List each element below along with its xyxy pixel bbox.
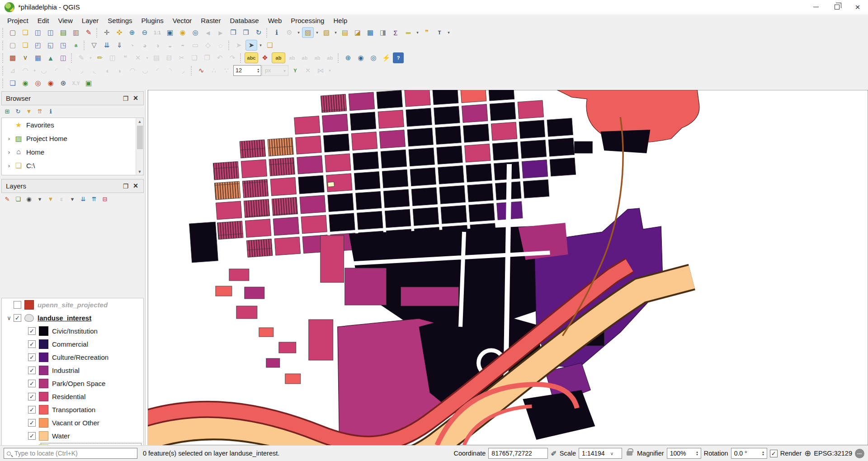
tracing-icon[interactable]: Y [289,65,301,76]
delete-ring-icon[interactable]: ◗ [114,65,126,76]
stream-tolerance-spinbox[interactable]: 12 [233,65,261,76]
browser-item-favorites[interactable]: ★ Favorites [2,118,143,132]
close-panel-icon[interactable]: × [131,94,141,103]
render-checkbox[interactable] [770,450,778,457]
filter-expression-icon[interactable]: ε [57,194,66,204]
legend-row-vacant-or-other[interactable]: Vacant or Other [2,416,143,429]
rotate-label-icon[interactable]: ab [311,52,323,63]
crs-globe-icon[interactable]: ⊕ [804,448,811,458]
ellipse-extent-icon[interactable]: ◓ [177,40,189,51]
log-messages-icon[interactable] [855,449,864,458]
delete-part-icon[interactable]: ◠ [127,65,138,76]
scroll-down-icon[interactable]: ▼ [138,168,142,175]
digitize-curve-icon[interactable]: ∴ [208,65,220,76]
text-a-icon[interactable]: a [70,40,82,51]
layer-labeling-icon[interactable]: abc [245,52,258,63]
remove-layer-icon[interactable]: ⊟ [100,194,110,204]
browser-item-c-drive[interactable]: › ❏ C:\ [2,159,143,172]
rotate-feature-icon[interactable]: ◜ [51,65,62,76]
circle-2points-icon[interactable]: ◔ [126,40,138,51]
folder-icon[interactable]: ❏ [19,40,31,51]
visibility-checkbox[interactable] [28,367,36,374]
layer-diagram-icon[interactable]: ❖ [259,52,271,63]
map-tips-icon[interactable]: ❞ [421,27,433,38]
highlight-pinned-labels-icon[interactable]: ab [286,52,298,63]
dropdown-caret-icon[interactable]: ▾ [258,40,263,51]
zoom-native-icon[interactable]: 1:1 [151,27,163,38]
change-label-icon[interactable]: ab [324,52,336,63]
toggle-editing-icon[interactable]: ✏ [94,52,106,63]
zoom-points-star-icon[interactable]: ◉ [45,78,57,89]
menu-item[interactable]: Project [3,16,33,25]
menu-item[interactable]: Vector [168,16,197,25]
close-button[interactable]: × [847,0,868,14]
open-layer-styling-icon[interactable]: ✎ [2,194,12,204]
select-features-icon[interactable]: ▨ [302,27,314,38]
lock-scale-icon[interactable] [627,451,632,456]
visibility-checkbox[interactable] [28,353,36,361]
merge-features-icon[interactable]: ◞ [177,65,189,76]
invert-selection-icon[interactable]: ◪ [352,27,363,38]
pin-labels-icon[interactable]: ab [272,52,285,63]
manage-map-themes-icon[interactable]: ◉ [24,194,34,204]
dropdown-caret-icon[interactable]: ▾ [88,52,93,63]
float-panel-icon[interactable]: ❐ [121,95,131,102]
minimize-button[interactable] [806,0,826,14]
layout-manager-icon[interactable]: ▥ [70,27,82,38]
locate-input[interactable] [14,449,134,457]
new-print-layout-icon[interactable]: ▤ [57,27,69,38]
measure-line-icon[interactable]: ═ [402,27,414,38]
scroll-up-icon[interactable]: ▲ [138,118,142,125]
snapping-dot-icon[interactable]: ∵ [221,65,232,76]
legend-row-residential[interactable]: Residential [2,390,143,403]
paste-features-icon[interactable]: ❐ [201,52,213,63]
layer-row-upenn-site-projected[interactable]: upenn_site_projected [2,298,143,311]
arrow-down-icon[interactable]: ⇓ [113,40,125,51]
ellipse-icon[interactable]: ◒ [164,40,176,51]
select-by-value-icon[interactable]: ▤ [339,27,351,38]
visibility-checkbox[interactable] [28,380,36,387]
crs-value[interactable]: EPSG:32129 [814,450,852,457]
split-features-icon[interactable]: ◝ [165,65,176,76]
offset-curve-icon[interactable]: ◡ [139,65,151,76]
legend-row-commercial[interactable]: Commercial [2,338,143,351]
menu-item[interactable]: Web [264,16,287,25]
tracing-offset-icon[interactable]: ✕ [302,65,314,76]
dropdown-caret-icon[interactable]: ▾ [333,27,338,38]
undo-icon[interactable]: ↶ [214,52,226,63]
new-map-view-icon[interactable]: ❐ [227,27,239,38]
menu-item[interactable]: Settings [103,16,137,25]
visibility-checkbox[interactable] [28,419,36,427]
coordinate-input[interactable]: 817657,72722 [488,448,548,459]
dropdown-caret-icon[interactable]: ▾ [32,65,37,76]
zoom-last-icon[interactable]: ◄ [202,27,214,38]
metasearch-globe-icon[interactable]: ◎ [368,52,379,63]
zoom-to-selection-icon[interactable]: ◉ [177,27,189,38]
open-attribute-table-icon[interactable]: ▦ [364,27,376,38]
statistical-summary-icon[interactable]: Σ [390,27,401,38]
add-vector-layer-icon[interactable]: V [19,52,31,63]
browser-scrollbar[interactable]: ▲ ▼ [136,118,143,175]
node-balloon-icon[interactable]: ❝ [119,52,131,63]
add-ring-icon[interactable]: ◞ [76,65,88,76]
browser-item-project-home[interactable]: › ▨ Project Home [2,132,143,145]
cursor-icon[interactable]: ➤ [233,40,245,51]
browser-item-home[interactable]: › ⌂ Home [2,145,143,159]
legend-row-culture-recreation[interactable]: Culture/Recreation [2,351,143,364]
visibility-checkbox[interactable] [14,314,21,322]
multiedit-attributes-icon[interactable]: ▤ [151,52,162,63]
move-label-icon[interactable]: ab [299,52,311,63]
delete-selected-icon[interactable]: ⊟ [163,52,175,63]
filter-browser-icon[interactable]: ▼ [24,107,34,116]
menu-item[interactable]: Database [225,16,263,25]
add-database-layer-icon[interactable]: ◫ [57,52,69,63]
processing-toolbox-icon[interactable]: ⚡ [380,52,392,63]
dropdown-caret-icon[interactable]: ▾ [315,27,320,38]
dropdown-caret-icon[interactable]: ▾ [35,194,45,204]
regular-polygon-icon[interactable]: ◇ [202,40,214,51]
help-icon[interactable]: ? [393,52,404,63]
reshape-features-icon[interactable]: ◜ [152,65,164,76]
visibility-checkbox[interactable] [28,393,36,400]
refresh-map-icon[interactable]: ↻ [253,27,264,38]
scrollbar-thumb[interactable] [137,126,143,149]
